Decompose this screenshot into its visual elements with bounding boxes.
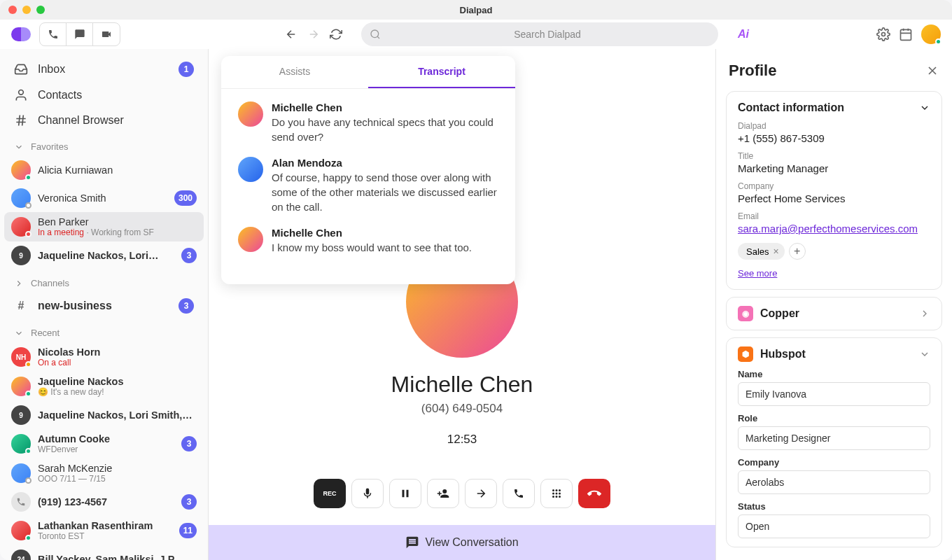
favorites-header[interactable]: Favorites xyxy=(0,133,208,156)
svg-rect-2 xyxy=(901,29,911,40)
dialpad-logo xyxy=(11,27,31,41)
hubspot-role-input[interactable] xyxy=(738,426,930,450)
search-input[interactable] xyxy=(361,22,718,46)
calendar-icon[interactable] xyxy=(899,27,913,41)
recent-item[interactable]: (919) 123-4567 3 xyxy=(0,488,208,516)
recent-item[interactable]: Jaqueline Nackos 😊 It's a new day! xyxy=(0,372,208,401)
transcript-tabs: Assists Transcript xyxy=(221,56,515,89)
contact-status: In a meeting · Working from SF xyxy=(38,227,197,237)
record-button[interactable]: REC xyxy=(314,479,346,508)
favorite-item-active[interactable]: Ben Parker In a meeting · Working from S… xyxy=(4,212,204,241)
copper-icon: ◉ xyxy=(738,306,753,321)
ai-icon[interactable]: Ai xyxy=(738,28,749,41)
avatar xyxy=(11,463,31,483)
forward-button[interactable] xyxy=(305,26,322,43)
form-label: Company xyxy=(738,457,930,468)
avatar: 9 xyxy=(11,405,31,425)
maximize-window-button[interactable] xyxy=(36,6,45,14)
transcript-panel: Assists Transcript Michelle Chen Do you … xyxy=(221,56,515,284)
chevron-down-icon xyxy=(14,328,24,338)
svg-point-6 xyxy=(559,489,561,491)
speaker-name: Alan Mendoza xyxy=(272,157,498,169)
avatar xyxy=(11,492,31,512)
toolbar: Ai xyxy=(0,20,952,49)
channels-header[interactable]: Channels xyxy=(0,270,208,293)
contact-name: Jaqueline Nackos xyxy=(38,376,197,387)
recent-item[interactable]: 9 Jaqueline Nackos, Lori Smith,… xyxy=(0,401,208,429)
recent-item[interactable]: Lathankan Rasenthiram Toronto EST 11 xyxy=(0,516,208,545)
hubspot-name-input[interactable] xyxy=(738,382,930,406)
hubspot-company-input[interactable] xyxy=(738,470,930,494)
user-avatar[interactable] xyxy=(921,24,941,44)
group-count: 9 xyxy=(19,252,23,260)
contact-name: Nicolas Horn xyxy=(38,346,197,358)
navigation-arrows xyxy=(283,26,344,43)
hangup-button[interactable] xyxy=(578,479,610,508)
message-button[interactable] xyxy=(66,23,93,46)
tab-transcript[interactable]: Transcript xyxy=(368,56,515,88)
settings-icon[interactable] xyxy=(876,27,890,41)
transfer-button[interactable] xyxy=(465,479,497,508)
tab-assists[interactable]: Assists xyxy=(221,56,368,88)
remove-tag-icon[interactable]: × xyxy=(774,246,779,257)
tag-sales[interactable]: Sales× xyxy=(738,243,785,260)
form-label: Status xyxy=(738,501,930,512)
recent-item[interactable]: 24 Bill Yackey, Sam Maliksi, J.P.… xyxy=(0,545,208,560)
field-value: +1 (555) 867-5309 xyxy=(738,132,930,144)
inbox-icon xyxy=(14,62,28,76)
call-panel: Assists Transcript Michelle Chen Do you … xyxy=(209,49,715,560)
svg-point-12 xyxy=(559,496,561,498)
channel-item[interactable]: # new-business 3 xyxy=(0,293,208,319)
add-tag-button[interactable]: + xyxy=(789,243,806,260)
hubspot-status-input[interactable] xyxy=(738,514,930,538)
contact-name: Bill Yackey, Sam Maliksi, J.P.… xyxy=(38,554,197,560)
keypad-button[interactable] xyxy=(540,479,573,508)
hash-icon: # xyxy=(14,300,28,312)
svg-point-7 xyxy=(552,493,554,495)
nav-label: Contacts xyxy=(38,89,82,102)
copper-card[interactable]: ◉ Copper xyxy=(726,297,942,330)
nav-label: Channel Browser xyxy=(38,114,124,127)
section-title: Favorites xyxy=(31,141,68,152)
window-title: Dialpad xyxy=(460,5,493,15)
avatar xyxy=(11,434,31,454)
favorite-item[interactable]: Veronica Smith 300 xyxy=(0,184,208,212)
hold-button[interactable] xyxy=(389,479,421,508)
avatar: 9 xyxy=(11,246,31,265)
refresh-button[interactable] xyxy=(328,26,344,43)
recent-header[interactable]: Recent xyxy=(0,319,208,342)
hubspot-card: ⬢ Hubspot Name Role Company Status xyxy=(726,337,942,547)
hubspot-header[interactable]: ⬢ Hubspot xyxy=(738,346,930,362)
recent-item[interactable]: Autumn Cooke WFDenver 3 xyxy=(0,429,208,458)
nav-inbox[interactable]: Inbox 1 xyxy=(0,56,208,83)
svg-point-0 xyxy=(371,30,379,38)
favorite-item[interactable]: Alicia Kurniawan xyxy=(0,156,208,184)
recent-item[interactable]: NH Nicolas Horn On a call xyxy=(0,342,208,372)
chevron-right-icon xyxy=(14,279,24,288)
chevron-right-icon xyxy=(919,308,930,319)
view-conversation-label: View Conversation xyxy=(425,536,518,549)
add-participant-button[interactable] xyxy=(427,479,459,508)
nav-channel-browser[interactable]: Channel Browser xyxy=(0,108,208,133)
recent-item[interactable]: Sarah McKenzie OOO 7/11 — 7/15 xyxy=(0,458,208,488)
svg-point-10 xyxy=(552,496,554,498)
call-action-button[interactable] xyxy=(503,479,535,508)
email-link[interactable]: sara.marja@perfecthomeservices.com xyxy=(738,223,930,234)
see-more-link[interactable]: See more xyxy=(738,268,777,279)
contact-name: Lathankan Rasenthiram xyxy=(38,520,172,531)
favorite-item[interactable]: 9 Jaqueline Nackos, Lori… 3 xyxy=(0,241,208,270)
call-button[interactable] xyxy=(40,23,66,46)
svg-point-3 xyxy=(19,90,24,95)
contact-info-header[interactable]: Contact information xyxy=(738,102,930,114)
form-label: Name xyxy=(738,369,930,379)
minimize-window-button[interactable] xyxy=(22,6,31,14)
video-button[interactable] xyxy=(93,23,120,46)
back-button[interactable] xyxy=(283,26,300,43)
close-icon[interactable] xyxy=(925,64,939,78)
mute-button[interactable] xyxy=(351,479,384,508)
view-conversation-button[interactable]: View Conversation xyxy=(209,525,715,560)
close-window-button[interactable] xyxy=(8,6,17,14)
field-label: Dialpad xyxy=(738,121,930,131)
nav-contacts[interactable]: Contacts xyxy=(0,83,208,108)
call-timer: 12:53 xyxy=(447,433,477,447)
